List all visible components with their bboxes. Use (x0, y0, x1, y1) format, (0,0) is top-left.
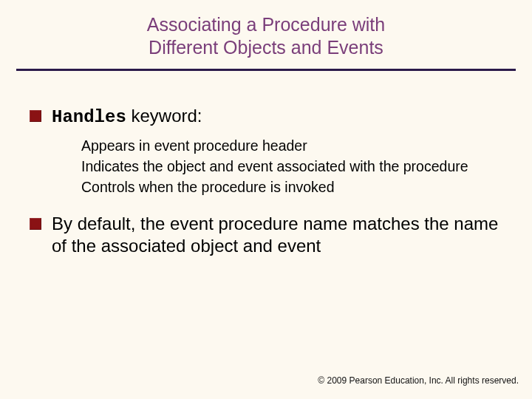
square-bullet-icon (30, 110, 41, 122)
sub-item: Appears in event procedure header (81, 136, 502, 155)
bullet-item: Handles keyword: (30, 105, 502, 129)
copyright-footer: © 2009 Pearson Education, Inc. All right… (318, 375, 519, 386)
slide-title: Associating a Procedure with Different O… (0, 0, 532, 60)
title-line-2: Different Objects and Events (0, 36, 532, 59)
sub-list: Appears in event procedure header Indica… (81, 136, 502, 197)
bullet-rest: keyword: (126, 106, 202, 126)
square-bullet-icon (30, 218, 41, 230)
keyword-mono: Handles (52, 107, 126, 127)
bullet-item: By default, the event procedure name mat… (30, 213, 502, 257)
sub-item: Indicates the object and event associate… (81, 157, 502, 176)
content-area: Handles keyword: Appears in event proced… (0, 71, 532, 258)
title-line-1: Associating a Procedure with (0, 13, 532, 36)
bullet-text: By default, the event procedure name mat… (52, 213, 502, 257)
bullet-rest: By default, the event procedure name mat… (52, 214, 498, 256)
bullet-text: Handles keyword: (52, 105, 202, 129)
sub-item: Controls when the procedure is invoked (81, 177, 502, 197)
